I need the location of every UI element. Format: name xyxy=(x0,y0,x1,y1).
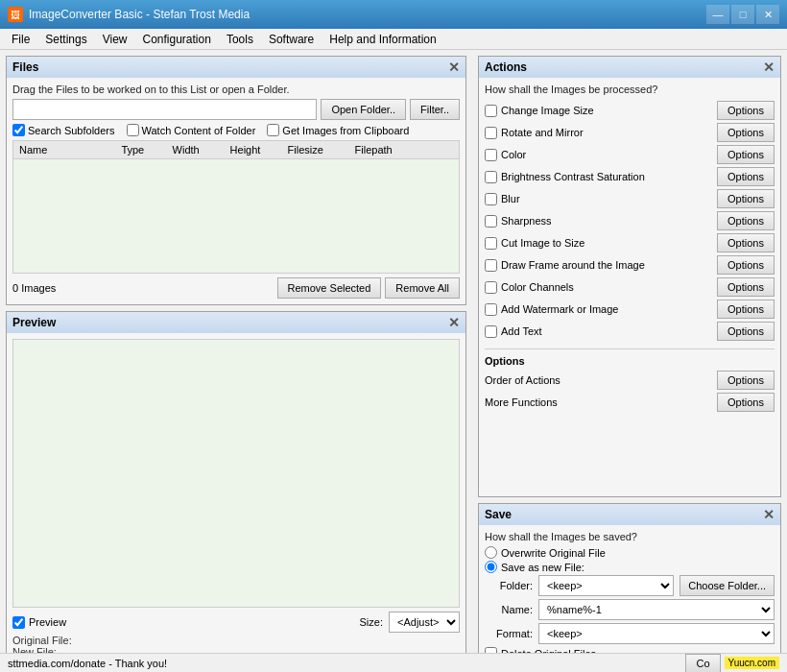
save-new-radio[interactable] xyxy=(485,561,497,573)
preview-checkbox[interactable] xyxy=(12,616,25,629)
start-button[interactable]: Co xyxy=(685,654,720,673)
format-dropdown[interactable]: <keep> xyxy=(538,623,775,644)
search-subfolders-checkbox[interactable] xyxy=(12,124,25,136)
get-clipboard-label[interactable]: Get Images from Clipboard xyxy=(267,124,409,136)
action-options-btn-2[interactable]: Options xyxy=(717,145,775,164)
left-panel: Files ✕ Drag the Files to be worked on t… xyxy=(0,50,472,672)
menu-view[interactable]: View xyxy=(95,31,135,48)
action-checkbox-1[interactable] xyxy=(485,127,497,139)
watch-content-checkbox[interactable] xyxy=(127,124,139,136)
choose-folder-button[interactable]: Choose Folder... xyxy=(680,575,775,596)
filter-button[interactable]: Filter.. xyxy=(410,99,460,120)
menu-tools[interactable]: Tools xyxy=(219,31,261,48)
actions-header: Actions ✕ xyxy=(479,57,780,78)
action-left: Draw Frame around the Image xyxy=(485,259,645,272)
size-dropdown[interactable]: <Adjust> xyxy=(389,612,460,633)
actions-body: How shall the Images be processed? Chang… xyxy=(479,78,780,420)
action-options-btn-8[interactable]: Options xyxy=(717,277,775,297)
menu-configuration[interactable]: Configuration xyxy=(135,31,219,48)
action-label-0: Change Image Size xyxy=(501,105,594,116)
get-clipboard-checkbox[interactable] xyxy=(267,124,279,136)
action-checkbox-10[interactable] xyxy=(485,325,497,338)
status-bar: sttmedia.com/donate - Thank you! Co Yuuc… xyxy=(0,653,787,672)
actions-title: Actions xyxy=(485,60,527,74)
action-checkbox-5[interactable] xyxy=(485,215,497,228)
remove-selected-button[interactable]: Remove Selected xyxy=(277,277,382,299)
file-table-header: Name Type Width Height Filesize Filepath xyxy=(12,140,460,158)
action-options-btn-9[interactable]: Options xyxy=(717,300,775,319)
action-checkbox-0[interactable] xyxy=(485,105,497,117)
action-checkbox-8[interactable] xyxy=(485,281,497,294)
action-left: Add Text xyxy=(485,325,542,338)
watch-content-label[interactable]: Watch Content of Folder xyxy=(127,124,256,136)
action-options-btn-0[interactable]: Options xyxy=(717,101,775,120)
actions-hint: How shall the Images be processed? xyxy=(485,84,775,95)
action-checkbox-6[interactable] xyxy=(485,237,497,250)
preview-title: Preview xyxy=(12,316,56,329)
search-subfolders-label[interactable]: Search Subfolders xyxy=(12,124,115,136)
option-label-0: Order of Actions xyxy=(485,374,560,386)
preview-size-row: Size: <Adjust> xyxy=(360,612,460,633)
action-checkbox-7[interactable] xyxy=(485,259,497,272)
close-button[interactable]: ✕ xyxy=(756,5,779,24)
action-left: Blur xyxy=(485,193,520,205)
main-content: Files ✕ Drag the Files to be worked on t… xyxy=(0,50,787,672)
folder-dropdown[interactable]: <keep> xyxy=(538,575,674,596)
action-row: Change Image Size Options xyxy=(485,101,775,120)
action-checkbox-3[interactable] xyxy=(485,171,497,183)
save-close-icon[interactable]: ✕ xyxy=(763,507,775,522)
preview-section: Preview ✕ Preview Size: <Adjust> xyxy=(6,311,466,666)
action-label-10: Add Text xyxy=(501,325,542,337)
option-btn-1[interactable]: Options xyxy=(717,393,775,412)
option-btn-0[interactable]: Options xyxy=(717,371,775,390)
maximize-button[interactable]: □ xyxy=(731,5,754,24)
overwrite-label: Overwrite Original File xyxy=(501,547,606,559)
menu-bar: File Settings View Configuration Tools S… xyxy=(0,29,787,50)
menu-help[interactable]: Help and Information xyxy=(322,31,443,48)
preview-close-icon[interactable]: ✕ xyxy=(448,315,460,330)
action-label-3: Brightness Contrast Saturation xyxy=(501,171,645,182)
files-close-icon[interactable]: ✕ xyxy=(448,60,460,75)
save-body: How shall the Images be saved? Overwrite… xyxy=(479,525,780,665)
action-options-btn-1[interactable]: Options xyxy=(717,123,775,142)
action-options-btn-4[interactable]: Options xyxy=(717,189,775,208)
search-input[interactable] xyxy=(12,99,317,120)
action-checkbox-9[interactable] xyxy=(485,303,497,316)
files-title: Files xyxy=(12,60,38,74)
action-rows-container: Change Image Size Options Rotate and Mir… xyxy=(485,101,775,341)
action-options-btn-10[interactable]: Options xyxy=(717,322,775,341)
format-row: Format: <keep> xyxy=(485,623,775,644)
action-options-btn-6[interactable]: Options xyxy=(717,233,775,252)
preview-checkbox-label[interactable]: Preview xyxy=(12,616,66,629)
action-options-btn-3[interactable]: Options xyxy=(717,167,775,186)
action-options-btn-7[interactable]: Options xyxy=(717,255,775,275)
option-row: Order of Actions Options xyxy=(485,371,775,390)
options-section: Options Order of Actions Options More Fu… xyxy=(485,348,775,412)
actions-close-icon[interactable]: ✕ xyxy=(763,60,775,75)
window-controls: — □ ✕ xyxy=(706,5,779,24)
save-title: Save xyxy=(485,508,512,521)
yuucn-badge: Yuucn.com xyxy=(725,657,779,669)
status-right: Co Yuucn.com xyxy=(685,654,779,673)
window-title: ImageConverter Basic - Stefan Trost Medi… xyxy=(29,8,250,21)
menu-settings[interactable]: Settings xyxy=(37,31,94,48)
minimize-button[interactable]: — xyxy=(706,5,729,24)
folder-label: Folder: xyxy=(485,580,533,591)
action-row: Cut Image to Size Options xyxy=(485,233,775,252)
menu-software[interactable]: Software xyxy=(261,31,322,48)
action-checkbox-2[interactable] xyxy=(485,149,497,161)
col-name: Name xyxy=(17,143,119,156)
action-label-8: Color Channels xyxy=(501,281,574,293)
action-checkbox-4[interactable] xyxy=(485,193,497,205)
remove-all-button[interactable]: Remove All xyxy=(385,277,460,299)
file-list-area[interactable] xyxy=(12,158,460,274)
open-folder-button[interactable]: Open Folder.. xyxy=(321,99,406,120)
action-label-1: Rotate and Mirror xyxy=(501,127,584,138)
action-row: Add Watermark or Image Options xyxy=(485,300,775,319)
action-options-btn-5[interactable]: Options xyxy=(717,211,775,230)
option-label-1: More Functions xyxy=(485,396,558,408)
save-new-radio-row: Save as new File: xyxy=(485,561,775,573)
menu-file[interactable]: File xyxy=(4,31,37,48)
overwrite-radio[interactable] xyxy=(485,546,497,559)
name-dropdown[interactable]: %name%-1 xyxy=(538,599,775,620)
